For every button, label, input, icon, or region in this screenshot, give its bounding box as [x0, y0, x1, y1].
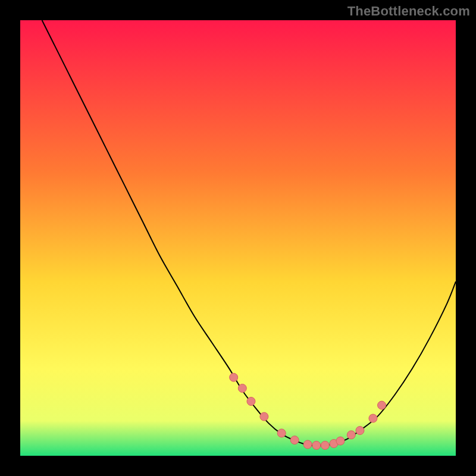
highlight-dot: [277, 429, 286, 437]
highlight-dot: [260, 412, 268, 421]
highlight-dot: [312, 441, 321, 449]
highlight-dot: [238, 384, 246, 393]
highlight-dot: [303, 440, 312, 449]
watermark-text: TheBottleneck.com: [347, 4, 470, 19]
plot-svg: [20, 20, 456, 456]
highlight-dot: [321, 441, 329, 449]
highlight-dot: [336, 437, 345, 445]
highlight-dot: [356, 427, 364, 435]
chart-frame: TheBottleneck.com: [0, 0, 476, 476]
highlight-dot: [369, 414, 377, 422]
highlight-dot: [247, 397, 255, 406]
gradient-background: [20, 20, 456, 456]
highlight-dot: [230, 373, 238, 381]
highlight-dot: [378, 401, 386, 409]
highlight-dot: [347, 431, 355, 439]
plot-area: [20, 20, 456, 456]
highlight-dot: [290, 436, 299, 444]
